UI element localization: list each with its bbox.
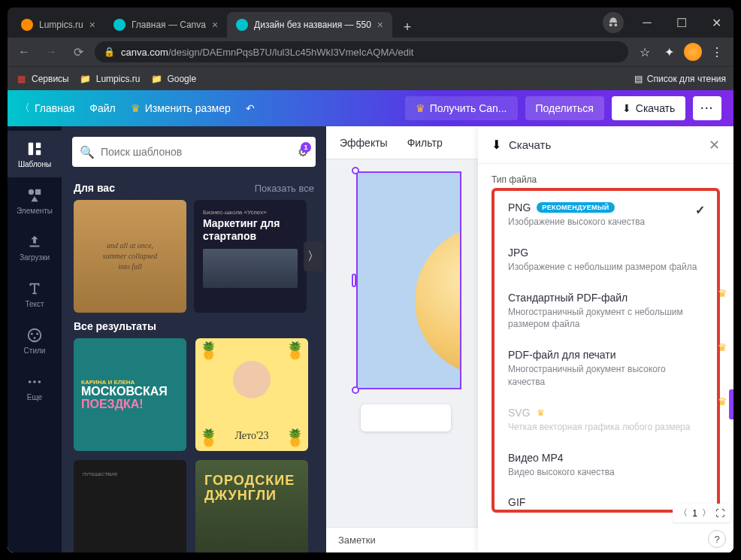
reload-button[interactable]: ⟳ <box>68 41 89 62</box>
share-button[interactable]: Поделиться <box>525 96 604 120</box>
download-panel-title: Скачать <box>509 138 701 151</box>
help-button[interactable]: ? <box>708 530 726 548</box>
svg-point-7 <box>36 332 38 334</box>
tab-title: Дизайн без названия — 550 <box>254 20 371 30</box>
expand-icon[interactable]: ⛶ <box>715 508 724 519</box>
option-desc: Изображение высокого качества <box>508 216 703 229</box>
incognito-icon <box>603 12 624 33</box>
search-input[interactable] <box>101 146 292 158</box>
search-icon: 🔍 <box>80 145 95 159</box>
browser-title-bar: Lumpics.ru × Главная — Canva × Дизайн бе… <box>8 8 733 38</box>
sidebar-item-more[interactable]: Еще <box>8 364 62 410</box>
file-type-option-svg[interactable]: SVG♛ Четкая векторная графика любого раз… <box>496 398 715 443</box>
resize-handle[interactable] <box>352 167 359 174</box>
resize-handle[interactable] <box>352 274 356 287</box>
crown-icon: ♛ <box>718 341 727 353</box>
sidebar-label: Стили <box>24 347 46 355</box>
browser-tab-canva-home[interactable]: Главная — Canva × <box>104 12 227 38</box>
chevron-left-icon[interactable]: 〈 <box>679 507 688 519</box>
sidebar-item-styles[interactable]: Стили <box>8 317 62 364</box>
sidebar-item-uploads[interactable]: Загрузки <box>8 224 62 271</box>
crown-icon: ♛ <box>718 287 727 299</box>
scroll-right-button[interactable]: 〉 <box>304 241 323 271</box>
filters-button[interactable]: Фильтр <box>407 137 443 149</box>
favicon-icon <box>113 19 126 31</box>
chevron-left-icon: 〈 <box>20 101 30 115</box>
styles-icon <box>26 327 43 344</box>
maximize-button[interactable]: ☐ <box>664 8 699 38</box>
bookmark-label: Google <box>167 74 196 84</box>
resize-handle[interactable] <box>352 386 359 394</box>
file-type-label: Тип файла <box>491 174 720 185</box>
page-navigator[interactable]: 〈 1 〉 ⛶ <box>673 504 730 522</box>
section-title: Все результаты <box>74 320 156 332</box>
list-icon: ▤ <box>634 74 643 84</box>
template-card[interactable]: ГОРОДСКИЕ ДЖУНГЛИ <box>195 460 308 552</box>
bookmark-services[interactable]: ▦ Сервисы <box>15 73 69 85</box>
sidebar-item-elements[interactable]: Элементы <box>8 177 62 224</box>
close-icon[interactable]: ✕ <box>709 137 720 153</box>
file-type-option-pdf-standard[interactable]: Стандартный PDF-файл Многостраничный док… <box>496 283 715 341</box>
avatar[interactable] <box>682 41 703 62</box>
sidebar-label: Шаблоны <box>18 160 51 168</box>
favicon-icon <box>236 19 248 31</box>
template-card[interactable]: КАРИНА И ЕЛЕНА МОСКОВСКАЯ ПОЕЗДКА! <box>74 338 186 451</box>
template-card[interactable]: 🍍 🍍 🍍 🍍 Лето'23 <box>195 338 308 451</box>
download-button[interactable]: ⬇ Скачать <box>612 96 686 120</box>
svg-point-3 <box>29 189 34 194</box>
file-menu[interactable]: Файл <box>89 102 115 114</box>
canva-header: 〈 Главная Файл ♛ Изменить размер ↶ ♛ Пол… <box>8 90 733 126</box>
close-icon[interactable]: × <box>377 19 383 31</box>
get-canva-button[interactable]: ♛ Получить Can... <box>405 96 518 120</box>
star-icon[interactable]: ☆ <box>634 41 655 62</box>
chevron-right-icon[interactable]: 〉 <box>702 507 711 519</box>
template-card[interactable]: ПУТЕШЕСТВИЯ <box>74 460 186 552</box>
pineapple-icon: 🍍 <box>285 341 305 361</box>
template-card[interactable]: Бизнес-школа «Успех» Маркетинг для старт… <box>194 200 307 313</box>
show-all-link[interactable]: Показать все <box>255 183 314 194</box>
option-name: PNG <box>508 201 531 213</box>
undo-button[interactable]: ↶ <box>246 102 255 114</box>
lock-icon: 🔒 <box>104 47 115 57</box>
resize-menu[interactable]: ♛ Изменить размер <box>131 102 231 114</box>
sidebar-item-templates[interactable]: Шаблоны <box>8 131 62 177</box>
close-window-button[interactable]: ✕ <box>699 8 733 38</box>
back-button[interactable]: ← <box>14 41 35 62</box>
extensions-icon[interactable]: ✦ <box>658 41 679 62</box>
template-search[interactable]: 🔍 ⚙ 1 <box>72 137 316 167</box>
filter-button[interactable]: ⚙ 1 <box>298 145 308 159</box>
duplicate-button[interactable] <box>361 404 451 431</box>
option-name: PDF-файл для печати <box>508 349 616 361</box>
pineapple-icon: 🍍 <box>198 341 219 361</box>
effects-button[interactable]: Эффекты <box>340 137 388 149</box>
new-tab-button[interactable]: + <box>397 17 418 38</box>
svg-rect-4 <box>35 189 41 194</box>
menu-icon[interactable]: ⋮ <box>706 41 727 62</box>
selected-element[interactable] <box>356 171 461 389</box>
bookmark-google[interactable]: 📁 Google <box>150 73 196 85</box>
favicon-icon <box>21 19 33 31</box>
filter-count: 1 <box>301 142 311 153</box>
close-icon[interactable]: × <box>89 19 95 31</box>
url-field[interactable]: 🔒 canva.com/design/DAEmnPqsB7U/lul3Lc45h… <box>95 41 628 62</box>
minimize-button[interactable]: ─ <box>630 8 664 38</box>
file-type-option-mp4[interactable]: Видео MP4 Видео высокого качества <box>496 443 715 488</box>
reading-list-button[interactable]: ▤ Список для чтения <box>634 74 726 84</box>
file-type-option-pdf-print[interactable]: PDF-файл для печати Многостраничный доку… <box>496 340 715 398</box>
close-icon[interactable]: × <box>212 19 218 31</box>
svg-rect-0 <box>29 142 33 155</box>
template-card[interactable]: and all at once, summer collapsed into f… <box>74 200 186 313</box>
browser-tab-lumpics[interactable]: Lumpics.ru × <box>12 12 104 38</box>
template-text: and all at once, summer collapsed into f… <box>103 241 158 272</box>
browser-tab-canva-design[interactable]: Дизайн без названия — 550 × <box>227 12 392 38</box>
forward-button[interactable]: → <box>41 41 62 62</box>
sidebar-item-text[interactable]: Текст <box>8 271 62 317</box>
home-button[interactable]: 〈 Главная <box>20 101 74 115</box>
bookmark-lumpics[interactable]: 📁 Lumpics.ru <box>80 73 141 85</box>
file-type-option-jpg[interactable]: JPG Изображение с небольшим размером фай… <box>496 238 715 283</box>
file-type-option-png[interactable]: PNGРЕКОМЕНДУЕМЫЙ Изображение высокого ка… <box>496 192 715 238</box>
more-button[interactable]: ··· <box>693 96 721 120</box>
bookmark-label: Lumpics.ru <box>96 74 141 84</box>
purple-indicator <box>729 389 733 419</box>
recommended-badge: РЕКОМЕНДУЕМЫЙ <box>537 202 614 213</box>
